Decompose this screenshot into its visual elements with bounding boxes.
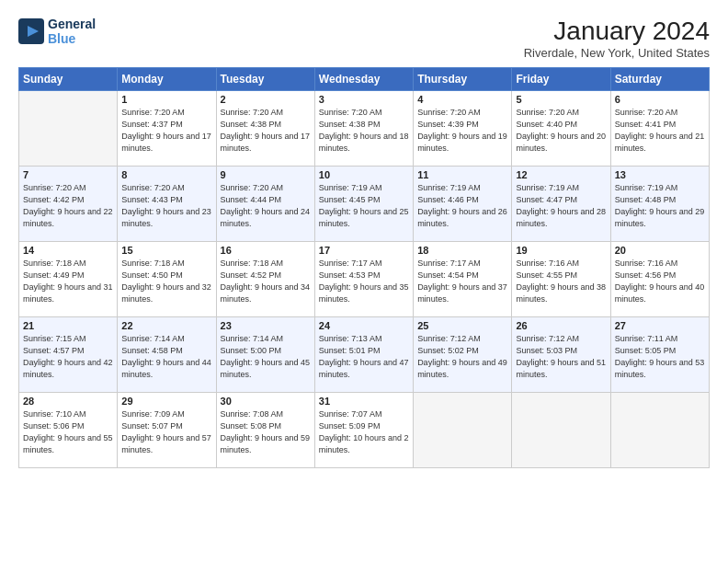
day-number: 26 bbox=[516, 320, 606, 331]
header-day-sunday: Sunday bbox=[19, 68, 118, 91]
calendar-day-cell: 10Sunrise: 7:19 AMSunset: 4:45 PMDayligh… bbox=[314, 167, 413, 242]
calendar-page: General Blue January 2024 Riverdale, New… bbox=[0, 0, 728, 563]
day-number: 19 bbox=[516, 245, 606, 256]
day-info: Sunrise: 7:19 AMSunset: 4:48 PMDaylight:… bbox=[615, 182, 705, 230]
header-day-friday: Friday bbox=[512, 68, 610, 91]
day-number: 1 bbox=[121, 94, 211, 105]
logo-icon bbox=[18, 18, 44, 44]
day-info: Sunrise: 7:18 AMSunset: 4:49 PMDaylight:… bbox=[23, 258, 113, 305]
calendar-day-cell: 24Sunrise: 7:13 AMSunset: 5:01 PMDayligh… bbox=[314, 317, 413, 393]
calendar-week-row: 14Sunrise: 7:18 AMSunset: 4:49 PMDayligh… bbox=[19, 242, 710, 317]
day-info: Sunrise: 7:09 AMSunset: 5:07 PMDaylight:… bbox=[121, 408, 211, 456]
day-info: Sunrise: 7:16 AMSunset: 4:56 PMDaylight:… bbox=[615, 258, 705, 305]
calendar-day-cell: 27Sunrise: 7:11 AMSunset: 5:05 PMDayligh… bbox=[610, 317, 709, 393]
day-number: 6 bbox=[615, 94, 705, 105]
day-info: Sunrise: 7:20 AMSunset: 4:44 PMDaylight:… bbox=[221, 182, 311, 230]
calendar-day-cell: 4Sunrise: 7:20 AMSunset: 4:39 PMDaylight… bbox=[414, 91, 512, 167]
calendar-day-cell: 28Sunrise: 7:10 AMSunset: 5:06 PMDayligh… bbox=[19, 393, 118, 468]
day-info: Sunrise: 7:19 AMSunset: 4:46 PMDaylight:… bbox=[417, 182, 507, 230]
calendar-table: SundayMondayTuesdayWednesdayThursdayFrid… bbox=[18, 67, 710, 468]
day-info: Sunrise: 7:14 AMSunset: 4:58 PMDaylight:… bbox=[121, 333, 211, 381]
day-number: 4 bbox=[417, 94, 507, 105]
calendar-day-cell: 22Sunrise: 7:14 AMSunset: 4:58 PMDayligh… bbox=[118, 317, 216, 393]
calendar-week-row: 1Sunrise: 7:20 AMSunset: 4:37 PMDaylight… bbox=[19, 91, 710, 167]
day-number: 22 bbox=[121, 320, 211, 331]
calendar-day-cell: 11Sunrise: 7:19 AMSunset: 4:46 PMDayligh… bbox=[414, 167, 512, 242]
calendar-subtitle: Riverdale, New York, United States bbox=[524, 46, 710, 60]
day-number: 12 bbox=[516, 169, 606, 180]
calendar-day-cell: 21Sunrise: 7:15 AMSunset: 4:57 PMDayligh… bbox=[19, 317, 118, 393]
calendar-day-cell: 8Sunrise: 7:20 AMSunset: 4:43 PMDaylight… bbox=[118, 167, 216, 242]
day-info: Sunrise: 7:20 AMSunset: 4:41 PMDaylight:… bbox=[615, 107, 705, 155]
calendar-week-row: 7Sunrise: 7:20 AMSunset: 4:42 PMDaylight… bbox=[19, 167, 710, 242]
calendar-day-cell: 6Sunrise: 7:20 AMSunset: 4:41 PMDaylight… bbox=[610, 91, 709, 167]
day-number: 13 bbox=[615, 169, 705, 180]
day-number: 17 bbox=[319, 245, 409, 256]
day-info: Sunrise: 7:20 AMSunset: 4:43 PMDaylight:… bbox=[121, 182, 211, 230]
day-info: Sunrise: 7:12 AMSunset: 5:02 PMDaylight:… bbox=[417, 333, 507, 381]
calendar-day-cell: 9Sunrise: 7:20 AMSunset: 4:44 PMDaylight… bbox=[216, 167, 314, 242]
logo: General Blue bbox=[18, 17, 96, 46]
day-info: Sunrise: 7:20 AMSunset: 4:40 PMDaylight:… bbox=[516, 107, 606, 155]
day-number: 28 bbox=[23, 396, 113, 407]
calendar-day-cell bbox=[414, 393, 512, 468]
day-info: Sunrise: 7:20 AMSunset: 4:38 PMDaylight:… bbox=[221, 107, 311, 155]
calendar-day-cell: 26Sunrise: 7:12 AMSunset: 5:03 PMDayligh… bbox=[512, 317, 610, 393]
day-info: Sunrise: 7:16 AMSunset: 4:55 PMDaylight:… bbox=[516, 258, 606, 305]
day-number: 2 bbox=[221, 94, 311, 105]
day-info: Sunrise: 7:20 AMSunset: 4:39 PMDaylight:… bbox=[417, 107, 507, 155]
day-number: 20 bbox=[615, 245, 705, 256]
header-day-thursday: Thursday bbox=[414, 68, 512, 91]
day-number: 18 bbox=[417, 245, 507, 256]
day-info: Sunrise: 7:19 AMSunset: 4:47 PMDaylight:… bbox=[516, 182, 606, 230]
calendar-day-cell: 31Sunrise: 7:07 AMSunset: 5:09 PMDayligh… bbox=[314, 393, 413, 468]
day-number: 27 bbox=[615, 320, 705, 331]
header-day-monday: Monday bbox=[118, 68, 216, 91]
day-number: 16 bbox=[221, 245, 311, 256]
calendar-header-row: SundayMondayTuesdayWednesdayThursdayFrid… bbox=[19, 68, 710, 91]
header-day-saturday: Saturday bbox=[610, 68, 709, 91]
calendar-day-cell: 14Sunrise: 7:18 AMSunset: 4:49 PMDayligh… bbox=[19, 242, 118, 317]
calendar-day-cell bbox=[610, 393, 709, 468]
calendar-day-cell: 16Sunrise: 7:18 AMSunset: 4:52 PMDayligh… bbox=[216, 242, 314, 317]
day-number: 25 bbox=[417, 320, 507, 331]
calendar-day-cell: 30Sunrise: 7:08 AMSunset: 5:08 PMDayligh… bbox=[216, 393, 314, 468]
day-number: 8 bbox=[121, 169, 211, 180]
calendar-day-cell: 29Sunrise: 7:09 AMSunset: 5:07 PMDayligh… bbox=[118, 393, 216, 468]
day-number: 11 bbox=[417, 169, 507, 180]
calendar-day-cell: 17Sunrise: 7:17 AMSunset: 4:53 PMDayligh… bbox=[314, 242, 413, 317]
calendar-day-cell: 12Sunrise: 7:19 AMSunset: 4:47 PMDayligh… bbox=[512, 167, 610, 242]
day-number: 31 bbox=[319, 396, 409, 407]
day-info: Sunrise: 7:11 AMSunset: 5:05 PMDaylight:… bbox=[615, 333, 705, 381]
calendar-day-cell bbox=[19, 91, 118, 167]
header-day-tuesday: Tuesday bbox=[216, 68, 314, 91]
day-info: Sunrise: 7:17 AMSunset: 4:54 PMDaylight:… bbox=[417, 258, 507, 305]
day-number: 29 bbox=[121, 396, 211, 407]
day-info: Sunrise: 7:12 AMSunset: 5:03 PMDaylight:… bbox=[516, 333, 606, 381]
calendar-day-cell: 5Sunrise: 7:20 AMSunset: 4:40 PMDaylight… bbox=[512, 91, 610, 167]
day-info: Sunrise: 7:20 AMSunset: 4:37 PMDaylight:… bbox=[121, 107, 211, 155]
calendar-title: January 2024 bbox=[524, 17, 710, 46]
calendar-week-row: 21Sunrise: 7:15 AMSunset: 4:57 PMDayligh… bbox=[19, 317, 710, 393]
day-info: Sunrise: 7:08 AMSunset: 5:08 PMDaylight:… bbox=[221, 408, 311, 456]
day-info: Sunrise: 7:14 AMSunset: 5:00 PMDaylight:… bbox=[221, 333, 311, 381]
day-info: Sunrise: 7:20 AMSunset: 4:38 PMDaylight:… bbox=[319, 107, 409, 155]
day-info: Sunrise: 7:15 AMSunset: 4:57 PMDaylight:… bbox=[23, 333, 113, 381]
logo-text: General Blue bbox=[48, 17, 96, 46]
calendar-day-cell: 25Sunrise: 7:12 AMSunset: 5:02 PMDayligh… bbox=[414, 317, 512, 393]
calendar-day-cell: 3Sunrise: 7:20 AMSunset: 4:38 PMDaylight… bbox=[314, 91, 413, 167]
day-number: 7 bbox=[23, 169, 113, 180]
day-info: Sunrise: 7:20 AMSunset: 4:42 PMDaylight:… bbox=[23, 182, 113, 230]
day-info: Sunrise: 7:07 AMSunset: 5:09 PMDaylight:… bbox=[319, 408, 409, 456]
title-block: January 2024 Riverdale, New York, United… bbox=[524, 17, 710, 60]
day-info: Sunrise: 7:10 AMSunset: 5:06 PMDaylight:… bbox=[23, 408, 113, 456]
calendar-day-cell: 7Sunrise: 7:20 AMSunset: 4:42 PMDaylight… bbox=[19, 167, 118, 242]
day-number: 30 bbox=[221, 396, 311, 407]
day-number: 15 bbox=[121, 245, 211, 256]
day-number: 5 bbox=[516, 94, 606, 105]
day-info: Sunrise: 7:17 AMSunset: 4:53 PMDaylight:… bbox=[319, 258, 409, 305]
day-info: Sunrise: 7:19 AMSunset: 4:45 PMDaylight:… bbox=[319, 182, 409, 230]
calendar-day-cell: 15Sunrise: 7:18 AMSunset: 4:50 PMDayligh… bbox=[118, 242, 216, 317]
day-number: 3 bbox=[319, 94, 409, 105]
calendar-day-cell: 1Sunrise: 7:20 AMSunset: 4:37 PMDaylight… bbox=[118, 91, 216, 167]
